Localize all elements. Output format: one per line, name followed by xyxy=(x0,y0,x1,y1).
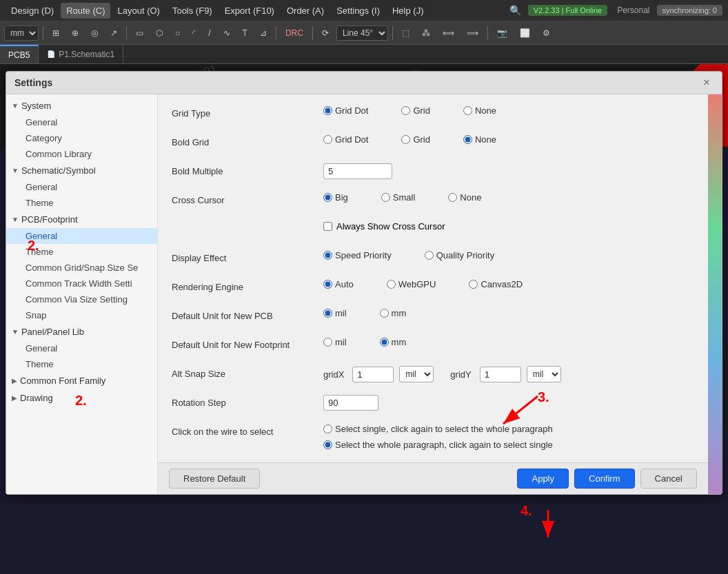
radio-input-grid-dot[interactable] xyxy=(323,106,332,115)
menu-order[interactable]: Order (A) xyxy=(281,3,330,19)
toolbar-divider-3 xyxy=(276,26,276,40)
menu-bar: Design (D) Route (C) Layout (O) Tools (F… xyxy=(0,0,728,21)
tab-schematic-label: P1.Schematic1 xyxy=(59,50,114,59)
dialog-title: Settings xyxy=(14,77,52,88)
radio-input-bold-none[interactable] xyxy=(463,135,472,144)
label-bold-grid: Bold Grid xyxy=(172,134,323,147)
toolbar-mirror-btn[interactable]: ⟺ xyxy=(438,25,459,41)
radio-label-none: None xyxy=(475,105,496,116)
toolbar-angle-btn[interactable]: ⟳ xyxy=(317,25,334,41)
setting-row-grid-type: Grid Type Grid Dot Grid xyxy=(172,105,694,125)
sidebar-group-system[interactable]: ▼ System xyxy=(6,97,157,114)
toolbar-settings-btn[interactable]: ⚙ xyxy=(538,25,555,41)
toolbar-divider-4 xyxy=(312,26,313,40)
radio-grid-dot[interactable]: Grid Dot xyxy=(323,105,368,116)
toolbar-wire-btn[interactable]: ∿ xyxy=(219,25,235,41)
dialog-title-bar: Settings × xyxy=(6,72,722,94)
settings-sidebar: ▼ System General Category Common Library… xyxy=(6,94,158,147)
toolbar-divider-2 xyxy=(126,26,127,40)
search-icon[interactable]: 🔍 xyxy=(509,5,521,16)
sidebar-system-label: System xyxy=(21,101,51,111)
radio-grid[interactable]: Grid xyxy=(401,105,430,116)
toolbar-text-btn[interactable]: T xyxy=(238,25,252,41)
settings-overlay: Settings × ▼ System General Category Com… xyxy=(0,64,728,147)
sync-badge: synchronizing: 0 xyxy=(657,5,723,16)
radio-input-bold-dot[interactable] xyxy=(323,135,332,144)
toolbar-divider-1 xyxy=(43,26,43,40)
toolbar-grid-btn[interactable]: ⊞ xyxy=(48,25,64,41)
sidebar-item-category[interactable]: Category xyxy=(6,130,157,146)
tab-bar: PCB5 📄 P1.Schematic1 xyxy=(0,45,728,64)
radio-bold-grid[interactable]: Grid xyxy=(401,134,430,145)
toolbar-line-btn[interactable]: / xyxy=(203,25,215,41)
toolbar-drc-btn[interactable]: DRC xyxy=(281,25,308,41)
tab-schematic[interactable]: 📄 P1.Schematic1 xyxy=(39,45,123,63)
close-button[interactable]: × xyxy=(700,76,714,90)
right-sidebar xyxy=(708,94,722,147)
radio-input-bold-grid[interactable] xyxy=(401,135,410,144)
toolbar-arc-btn[interactable]: ◜ xyxy=(188,25,201,41)
settings-content: Grid Type Grid Dot Grid xyxy=(158,94,708,147)
toolbar-dist-btn[interactable]: ⁂ xyxy=(417,25,435,41)
toolbar-photo-btn[interactable]: 📷 xyxy=(492,25,512,41)
radio-none-grid[interactable]: None xyxy=(463,105,496,116)
toolbar-unit-select[interactable]: mmmil xyxy=(4,25,39,41)
triangle-system: ▼ xyxy=(12,102,19,110)
radio-label-bold-dot: Grid Dot xyxy=(335,134,368,145)
menu-design[interactable]: Design (D) xyxy=(6,3,59,19)
toolbar-snap-btn[interactable]: ⊕ xyxy=(67,25,83,41)
dialog-body: ▼ System General Category Common Library… xyxy=(6,94,722,147)
toolbar-align-btn[interactable]: ⬚ xyxy=(397,25,414,41)
setting-row-bold-grid: Bold Grid Grid Dot Grid xyxy=(172,134,694,147)
toolbar-flip-btn[interactable]: ⟹ xyxy=(462,25,483,41)
menu-tools[interactable]: Tools (F9) xyxy=(167,3,218,19)
radio-input-grid[interactable] xyxy=(401,106,410,115)
toolbar-circle-btn[interactable]: ○ xyxy=(170,25,185,41)
toolbar-angle-select[interactable]: Line 45° Line 90° xyxy=(336,25,388,41)
menu-help[interactable]: Help (J) xyxy=(387,3,429,19)
sidebar-section-system: ▼ System General Category Common Library xyxy=(6,97,157,147)
menu-export[interactable]: Export (F10) xyxy=(219,3,280,19)
tab-pcb5-label: PCB5 xyxy=(8,50,30,60)
toolbar-origin-btn[interactable]: ◎ xyxy=(86,25,103,41)
radio-bold-grid-dot[interactable]: Grid Dot xyxy=(323,134,368,145)
toolbar-divider-5 xyxy=(392,26,393,40)
toolbar-probe-btn[interactable]: ⊿ xyxy=(255,25,272,41)
toolbar-select-btn[interactable]: ↗ xyxy=(105,25,122,41)
version-badge: V2.2.33 | Full Online xyxy=(528,5,607,16)
menu-layout[interactable]: Layout (O) xyxy=(112,3,165,19)
toolbar-3d-btn[interactable]: ⬜ xyxy=(515,25,535,41)
settings-dialog: Settings × ▼ System General Category Com… xyxy=(6,71,722,147)
radio-label-grid: Grid xyxy=(413,105,430,116)
menu-route[interactable]: Route (C) xyxy=(61,3,110,19)
label-grid-type: Grid Type xyxy=(172,105,323,119)
menu-settings[interactable]: Settings (I) xyxy=(331,3,385,19)
radio-input-none[interactable] xyxy=(463,106,472,115)
account-label[interactable]: Personal xyxy=(611,4,655,17)
radio-bold-none[interactable]: None xyxy=(463,134,496,145)
radio-label-grid-dot: Grid Dot xyxy=(335,105,368,116)
sidebar-item-general-system[interactable]: General xyxy=(6,114,157,130)
controls-bold-grid: Grid Dot Grid None xyxy=(323,134,496,145)
settings-main: Grid Type Grid Dot Grid xyxy=(158,94,708,147)
tab-pcb5[interactable]: PCB5 xyxy=(0,45,39,63)
schematic-icon: 📄 xyxy=(47,50,55,58)
toolbar: mmmil ⊞ ⊕ ◎ ↗ ▭ ⬡ ○ ◜ / ∿ T ⊿ DRC ⟳ Line… xyxy=(0,21,728,45)
toolbar-rect-btn[interactable]: ▭ xyxy=(131,25,148,41)
toolbar-poly-btn[interactable]: ⬡ xyxy=(151,25,168,41)
controls-grid-type: Grid Dot Grid None xyxy=(323,105,496,116)
radio-label-bold-grid: Grid xyxy=(413,134,430,145)
radio-label-bold-none: None xyxy=(475,134,496,145)
toolbar-divider-6 xyxy=(487,26,488,40)
sidebar-item-common-library[interactable]: Common Library xyxy=(6,146,157,147)
